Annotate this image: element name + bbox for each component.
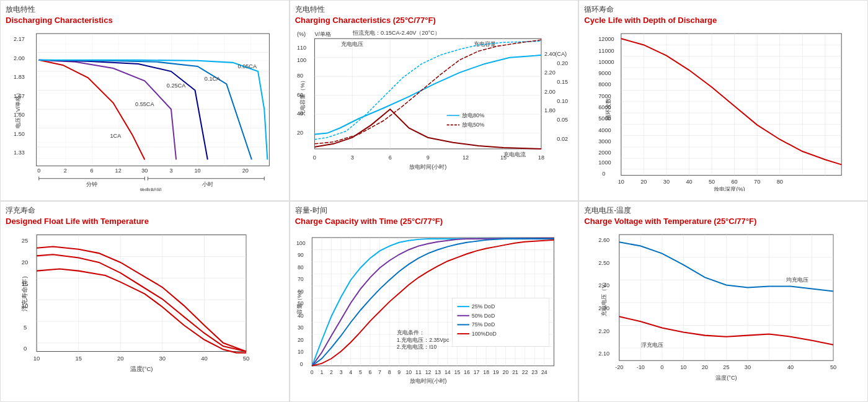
svg-charging: 恒流充电：0.15CA-2.40V（20°C） 110 100 80 60 40… xyxy=(295,27,574,191)
chart-voltage: 充电电压-温度 Charge Voltage with Temperature … xyxy=(578,201,868,402)
title-cn-5: 容量-时间 xyxy=(295,205,574,216)
svg-text:30: 30 xyxy=(663,179,670,185)
svg-text:15: 15 xyxy=(454,369,460,375)
svg-text:20: 20 xyxy=(702,364,708,370)
chart-cyclelife: 循环寿命 Cycle Life with Depth of Discharge … xyxy=(578,0,868,201)
svg-capacity: 100 90 80 70 60 50 40 30 20 10 0 xyxy=(295,228,574,392)
svg-text:15: 15 xyxy=(75,355,82,362)
svg-text:0.02: 0.02 xyxy=(557,136,568,142)
svg-text:2.充电电流：I10: 2.充电电流：I10 xyxy=(397,344,437,350)
svg-text:0.05: 0.05 xyxy=(557,117,568,123)
svg-text:2: 2 xyxy=(330,369,333,375)
svg-text:6: 6 xyxy=(90,168,93,174)
svg-text:19: 19 xyxy=(493,369,499,375)
svg-text:50: 50 xyxy=(830,364,836,370)
svg-text:(%): (%) xyxy=(297,31,306,37)
svg-text:2.10: 2.10 xyxy=(599,351,610,357)
title-cn-4: 浮充寿命 xyxy=(6,205,284,216)
svg-text:10: 10 xyxy=(298,349,304,355)
svg-text:20: 20 xyxy=(22,259,29,266)
svg-text:20: 20 xyxy=(641,179,647,185)
svg-text:4: 4 xyxy=(349,369,352,375)
svg-text:100: 100 xyxy=(297,57,306,63)
svg-text:2.00: 2.00 xyxy=(14,55,25,61)
svg-cyclelife: 12000 11000 10000 9000 8000 7000 6000 50… xyxy=(584,27,862,191)
svg-text:100: 100 xyxy=(296,240,306,246)
svg-text:6: 6 xyxy=(388,154,391,161)
svg-text:0: 0 xyxy=(37,168,40,174)
svg-text:15: 15 xyxy=(500,154,507,161)
chart-area-5: 100 90 80 70 60 50 40 30 20 10 0 xyxy=(295,228,574,392)
svg-text:1.33: 1.33 xyxy=(14,150,25,156)
svg-text:70: 70 xyxy=(298,276,304,282)
svg-text:80: 80 xyxy=(777,179,783,185)
svg-text:容量（%）: 容量（%） xyxy=(296,287,302,315)
chart-floatlife: 浮充寿命 Designed Float Life with Temperatur… xyxy=(0,201,290,402)
title-en-6: Charge Voltage with Temperature (25°C/77… xyxy=(584,217,862,226)
svg-text:3: 3 xyxy=(350,154,353,161)
svg-text:3: 3 xyxy=(169,168,172,174)
svg-voltage: 2.60 2.50 2.40 2.30 2.20 2.10 xyxy=(584,228,862,392)
svg-text:-20: -20 xyxy=(616,364,624,370)
svg-text:充电电流: 充电电流 xyxy=(503,151,526,158)
svg-text:1.80: 1.80 xyxy=(544,107,556,114)
svg-text:放电时间: 放电时间 xyxy=(140,187,162,191)
svg-text:浮充电压: 浮充电压 xyxy=(642,342,664,348)
svg-text:3000: 3000 xyxy=(599,138,611,145)
chart-charging: 充电特性 Charging Characteristics (25°C/77°F… xyxy=(290,0,579,201)
svg-text:1CA: 1CA xyxy=(110,133,122,139)
svg-text:4000: 4000 xyxy=(599,127,611,133)
svg-text:16: 16 xyxy=(464,369,470,375)
svg-text:7: 7 xyxy=(378,369,381,375)
svg-text:0.25CA: 0.25CA xyxy=(167,83,186,89)
svg-text:(CA): (CA) xyxy=(555,51,567,57)
svg-text:1.83: 1.83 xyxy=(14,74,25,80)
svg-text:小时: 小时 xyxy=(202,181,213,187)
svg-text:分钟: 分钟 xyxy=(86,181,97,187)
svg-text:1: 1 xyxy=(320,369,323,375)
svg-text:恒流充电：0.15CA-2.40V（20°C）: 恒流充电：0.15CA-2.40V（20°C） xyxy=(352,30,440,36)
chart-area-6: 2.60 2.50 2.40 2.30 2.20 2.10 xyxy=(584,228,862,392)
svg-text:40: 40 xyxy=(787,364,794,370)
svg-text:13: 13 xyxy=(435,369,441,375)
svg-text:-10: -10 xyxy=(637,364,645,370)
svg-text:5: 5 xyxy=(24,324,27,331)
svg-text:25%  DoD: 25% DoD xyxy=(471,303,495,310)
svg-text:10: 10 xyxy=(195,168,201,174)
svg-text:放电50%: 放电50% xyxy=(462,122,484,128)
svg-text:90: 90 xyxy=(298,252,304,258)
svg-text:20: 20 xyxy=(242,168,249,174)
svg-text:2000: 2000 xyxy=(599,150,611,156)
svg-text:0.55CA: 0.55CA xyxy=(135,101,154,107)
svg-text:10: 10 xyxy=(618,179,624,185)
svg-text:0: 0 xyxy=(661,364,664,370)
svg-text:12: 12 xyxy=(425,369,431,375)
svg-text:30: 30 xyxy=(159,355,166,362)
svg-text:0: 0 xyxy=(313,154,316,161)
svg-text:10: 10 xyxy=(33,355,40,362)
svg-text:循环次数: 循环次数 xyxy=(605,98,611,120)
svg-text:80: 80 xyxy=(298,264,304,270)
svg-text:充电条件：: 充电条件： xyxy=(397,329,425,336)
svg-text:17: 17 xyxy=(473,369,479,375)
svg-text:2.50: 2.50 xyxy=(599,260,610,266)
svg-text:50: 50 xyxy=(243,355,250,362)
svg-text:11: 11 xyxy=(415,369,422,375)
svg-text:3: 3 xyxy=(339,369,342,375)
svg-text:5: 5 xyxy=(359,369,362,375)
svg-text:1000: 1000 xyxy=(599,159,611,166)
svg-text:23: 23 xyxy=(531,369,538,375)
svg-text:21: 21 xyxy=(512,369,518,375)
svg-text:20: 20 xyxy=(117,355,124,362)
svg-text:0.05CA: 0.05CA xyxy=(238,63,257,69)
svg-text:2.20: 2.20 xyxy=(544,69,556,76)
svg-text:2.20: 2.20 xyxy=(599,328,610,334)
svg-text:0: 0 xyxy=(24,345,27,352)
svg-rect-9 xyxy=(37,34,270,166)
svg-text:10: 10 xyxy=(681,364,687,370)
svg-text:放电时间(小时): 放电时间(小时) xyxy=(409,378,446,384)
svg-text:10000: 10000 xyxy=(599,59,614,65)
svg-rect-135 xyxy=(37,235,246,352)
svg-rect-200 xyxy=(452,298,549,346)
title-en-5: Charge Capacity with Time (25°C/77°F) xyxy=(295,217,574,226)
